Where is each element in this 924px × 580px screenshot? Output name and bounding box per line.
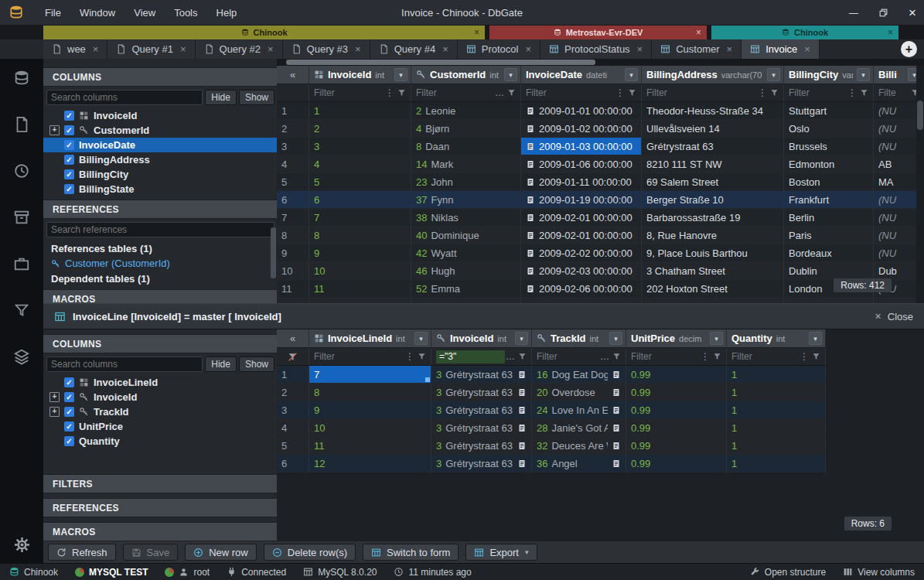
row-number[interactable]: 8 — [277, 227, 309, 244]
row-number[interactable]: 3 — [277, 138, 309, 155]
menu-view[interactable]: View — [124, 0, 165, 26]
expand-icon[interactable]: + — [49, 407, 60, 417]
row-number[interactable]: 5 — [277, 437, 309, 454]
cell-billing-address[interactable]: 8, Rue Hanovre — [642, 227, 784, 244]
cell-invoice-id[interactable]: 3 Grétrystraat 63 — [431, 401, 532, 418]
cell-customer-id[interactable]: 38 Niklas — [411, 209, 521, 226]
row-number[interactable]: 10 — [277, 262, 309, 279]
macros-section-header[interactable]: MACROS — [43, 289, 277, 303]
plugins-nav-icon[interactable] — [13, 255, 30, 272]
new-tab-button[interactable]: + — [901, 41, 917, 57]
filter-menu-icon[interactable]: ⋮ — [757, 87, 768, 98]
tab[interactable]: wee × — [43, 39, 107, 59]
cell-track-id[interactable]: 36 Angel — [532, 455, 626, 472]
search-columns-input[interactable] — [46, 357, 203, 372]
open-editor-icon[interactable] — [526, 106, 535, 116]
column-header[interactable]: BillingAddress varchar(70 ▾ — [642, 66, 784, 84]
cell-customer-id[interactable]: 2 Leonie — [411, 102, 521, 119]
table-row[interactable]: 1 7 3 Grétrystraat 63 16 Dog Eat Dog — [277, 366, 826, 384]
cell-invoice-id[interactable]: 12 — [309, 298, 411, 303]
close-group-icon[interactable]: × — [696, 27, 701, 38]
cell-invoice-date[interactable]: 2009-01-01 00:00:00 — [521, 102, 642, 119]
open-reference-icon[interactable] — [612, 387, 621, 397]
cell-invoice-id[interactable]: 8 — [309, 227, 411, 244]
filter-input[interactable]: ="3" ⋮ … — [431, 348, 532, 365]
cell-quantity[interactable]: 1 — [727, 419, 826, 436]
column-menu-icon[interactable]: ▾ — [767, 68, 780, 81]
column-menu-icon[interactable]: ▾ — [625, 68, 638, 81]
close-tab-icon[interactable]: × — [525, 43, 531, 55]
open-structure-button[interactable]: Open structure — [750, 567, 826, 578]
funnel-icon[interactable] — [713, 352, 721, 361]
table-row[interactable]: 3 3 8 Daan 2009-01-03 00:00:00 Grétrystr… — [277, 138, 924, 155]
cell-invoice-date[interactable]: 2009-01-03 00:00:00 — [521, 138, 642, 155]
save-button[interactable]: Save — [123, 544, 179, 561]
cell-billing-city[interactable]: Oslo — [784, 120, 874, 137]
cell-invoice-id[interactable]: 3 — [309, 138, 411, 155]
cell-quantity[interactable]: 1 — [727, 437, 826, 454]
column-checkbox[interactable]: ✓ — [64, 436, 74, 446]
close-tab-icon[interactable]: × — [804, 43, 810, 55]
switch-to-form-button[interactable]: Switch to form — [363, 544, 459, 561]
column-list-item[interactable]: + ✓ InvoiceDate — [43, 138, 277, 152]
row-number[interactable]: 1 — [277, 366, 309, 383]
open-reference-icon[interactable] — [517, 387, 527, 397]
open-reference-icon[interactable] — [517, 405, 527, 415]
table-row[interactable]: 1 1 2 Leonie 2009-01-01 00:00:00 Theodor… — [277, 102, 924, 120]
open-reference-icon[interactable] — [612, 423, 621, 433]
filter-menu-icon[interactable]: ⋮ — [615, 87, 626, 98]
hide-columns-button[interactable]: Hide — [205, 357, 237, 372]
filters-section-header[interactable]: FILTERS — [43, 474, 277, 493]
row-number[interactable]: 5 — [277, 173, 309, 190]
open-editor-icon[interactable] — [526, 284, 535, 294]
column-header[interactable]: Quantity int ▾ — [727, 329, 826, 347]
columns-section-header[interactable]: COLUMNS — [43, 334, 277, 353]
open-reference-icon[interactable] — [517, 370, 527, 380]
column-header[interactable]: InvoiceLineId int ▾ — [309, 329, 431, 347]
view-columns-button[interactable]: View columns — [843, 567, 915, 578]
export-button[interactable]: Export ▾ — [465, 544, 537, 561]
column-menu-icon[interactable]: ▾ — [515, 332, 528, 345]
column-list-item[interactable]: + ✓ UnitPrice — [43, 419, 277, 434]
hide-columns-button[interactable]: Hide — [205, 90, 237, 105]
table-row[interactable]: 10 10 46 Hugh 2009-02-03 00:00:00 3 Chat… — [277, 262, 924, 280]
filter-input[interactable]: Filter ⋮ … — [309, 84, 411, 101]
cell-invoice-date[interactable]: 2009-03-11 00:00:00 — [521, 298, 642, 303]
cell-customer-id[interactable]: 42 Wyatt — [411, 244, 521, 261]
funnel-icon[interactable] — [418, 352, 426, 361]
search-columns-input[interactable] — [46, 90, 203, 105]
references-section-header[interactable]: REFERENCES — [43, 498, 277, 517]
cell-invoice-date[interactable]: 2009-01-02 00:00:00 — [521, 120, 642, 137]
column-menu-icon[interactable]: ▾ — [809, 332, 822, 345]
cell-invoice-line-id[interactable]: 11 — [309, 437, 431, 454]
close-tab-icon[interactable]: × — [180, 43, 186, 55]
row-number[interactable]: 1 — [277, 102, 309, 119]
cell-billing-address[interactable]: 9, Place Louis Barthou — [642, 244, 784, 261]
cell-billing-city[interactable]: Dublin — [784, 262, 874, 279]
cell-invoice-line-id[interactable]: 10 — [309, 419, 431, 436]
column-header[interactable]: CustomerId int ▾ — [411, 66, 521, 84]
cell-unit-price[interactable]: 0.99 — [626, 401, 727, 418]
cell-invoice-date[interactable]: 2009-01-19 00:00:00 — [521, 191, 642, 208]
filter-input[interactable]: Filter ⋮ … — [521, 84, 642, 101]
filter-menu-icon[interactable]: ⋮ — [847, 87, 858, 98]
column-menu-icon[interactable]: ▾ — [504, 68, 517, 81]
open-editor-icon[interactable] — [526, 230, 535, 241]
filter-browse-icon[interactable]: … — [505, 351, 516, 362]
column-checkbox[interactable]: ✓ — [64, 111, 74, 121]
reference-link[interactable]: Customer (CustomerId) — [43, 256, 277, 271]
references-section-header[interactable]: REFERENCES — [43, 200, 277, 219]
cell-billing-address[interactable]: Berger Straße 10 — [642, 191, 784, 208]
cell-customer-id[interactable]: 37 Fynn — [411, 191, 521, 208]
table-row[interactable]: 6 6 37 Fynn 2009-01-19 00:00:00 Berger S… — [277, 191, 924, 209]
column-checkbox[interactable]: ✓ — [64, 421, 74, 432]
cell-billing-address[interactable]: Barbarossastraße 19 — [642, 209, 784, 226]
table-row[interactable]: 12 12 2 Leonie 2009-03-11 00:00:00 Theod… — [277, 298, 924, 303]
cell-invoice-date[interactable]: 2009-02-03 00:00:00 — [521, 262, 642, 279]
cell-billing-address[interactable]: 8210 111 ST NW — [642, 155, 784, 172]
cell-customer-id[interactable]: 52 Emma — [411, 280, 521, 297]
new-row-button[interactable]: New row — [185, 544, 257, 561]
filter-input[interactable]: Filter ⋮ … — [411, 84, 521, 101]
funnel-icon[interactable] — [860, 88, 868, 97]
macros-section-header[interactable]: MACROS — [43, 522, 277, 541]
